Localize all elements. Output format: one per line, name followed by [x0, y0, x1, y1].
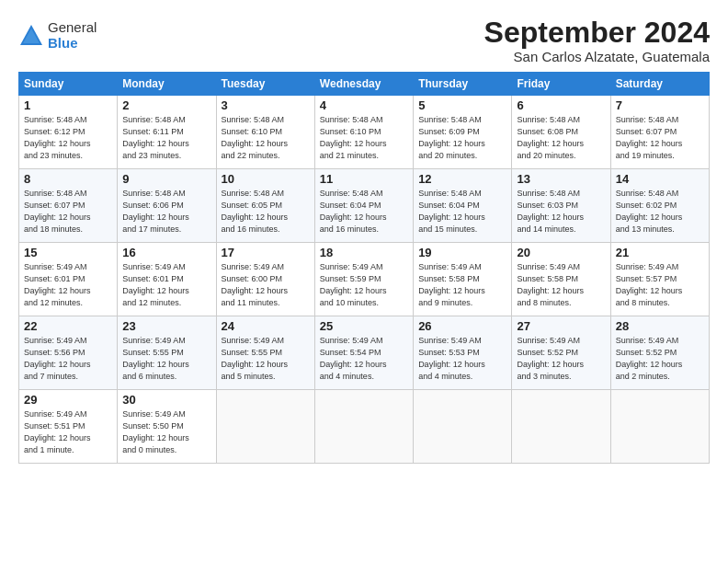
day-info: Sunrise: 5:48 AM Sunset: 6:10 PM Dayligh… [320, 114, 408, 162]
day-number: 4 [320, 98, 408, 112]
day-cell: 5Sunrise: 5:48 AM Sunset: 6:09 PM Daylig… [414, 96, 512, 169]
day-cell: 22Sunrise: 5:49 AM Sunset: 5:56 PM Dayli… [19, 316, 118, 390]
day-info: Sunrise: 5:48 AM Sunset: 6:04 PM Dayligh… [320, 188, 408, 236]
day-cell: 15Sunrise: 5:49 AM Sunset: 6:01 PM Dayli… [19, 243, 118, 316]
day-cell: 25Sunrise: 5:49 AM Sunset: 5:54 PM Dayli… [314, 316, 413, 390]
month-title: September 2024 [484, 17, 710, 49]
col-friday: Friday [512, 73, 610, 96]
day-cell: 10Sunrise: 5:48 AM Sunset: 6:05 PM Dayli… [216, 169, 314, 243]
logo-text: General Blue [48, 20, 97, 51]
day-number: 2 [122, 98, 210, 112]
day-info: Sunrise: 5:49 AM Sunset: 5:52 PM Dayligh… [616, 335, 704, 383]
day-info: Sunrise: 5:49 AM Sunset: 5:52 PM Dayligh… [517, 335, 605, 383]
day-info: Sunrise: 5:48 AM Sunset: 6:05 PM Dayligh… [222, 188, 310, 236]
col-saturday: Saturday [610, 73, 709, 96]
day-number: 20 [517, 246, 605, 259]
day-cell: 4Sunrise: 5:48 AM Sunset: 6:10 PM Daylig… [314, 96, 413, 169]
day-info: Sunrise: 5:49 AM Sunset: 5:56 PM Dayligh… [24, 335, 112, 383]
day-info: Sunrise: 5:49 AM Sunset: 5:53 PM Dayligh… [418, 335, 506, 383]
day-number: 10 [222, 172, 310, 186]
day-number: 13 [517, 172, 605, 186]
calendar-table: Sunday Monday Tuesday Wednesday Thursday… [18, 72, 710, 464]
title-block: September 2024 San Carlos Alzatate, Guat… [484, 17, 710, 64]
day-cell: 29Sunrise: 5:49 AM Sunset: 5:51 PM Dayli… [19, 390, 118, 464]
day-cell: 13Sunrise: 5:48 AM Sunset: 6:03 PM Dayli… [512, 169, 610, 243]
day-number: 6 [517, 98, 605, 112]
day-info: Sunrise: 5:49 AM Sunset: 5:50 PM Dayligh… [122, 408, 210, 456]
week-row-1: 1Sunrise: 5:48 AM Sunset: 6:12 PM Daylig… [19, 96, 710, 169]
day-cell: 27Sunrise: 5:49 AM Sunset: 5:52 PM Dayli… [512, 316, 610, 390]
day-info: Sunrise: 5:48 AM Sunset: 6:09 PM Dayligh… [418, 114, 506, 162]
location: San Carlos Alzatate, Guatemala [484, 49, 710, 64]
day-cell: 19Sunrise: 5:49 AM Sunset: 5:58 PM Dayli… [414, 243, 512, 316]
day-number: 21 [616, 246, 704, 259]
day-cell [610, 390, 709, 464]
day-number: 25 [320, 319, 408, 333]
day-number: 19 [418, 246, 506, 259]
day-number: 23 [122, 319, 210, 333]
day-number: 16 [122, 246, 210, 259]
day-number: 26 [418, 319, 506, 333]
day-number: 15 [24, 246, 112, 259]
day-cell: 7Sunrise: 5:48 AM Sunset: 6:07 PM Daylig… [610, 96, 709, 169]
day-number: 28 [616, 319, 704, 333]
day-cell: 26Sunrise: 5:49 AM Sunset: 5:53 PM Dayli… [414, 316, 512, 390]
day-number: 14 [616, 172, 704, 186]
day-cell [216, 390, 314, 464]
logo-icon [18, 23, 44, 49]
day-cell [314, 390, 413, 464]
day-info: Sunrise: 5:48 AM Sunset: 6:10 PM Dayligh… [222, 114, 310, 162]
day-info: Sunrise: 5:48 AM Sunset: 6:06 PM Dayligh… [122, 188, 210, 236]
day-info: Sunrise: 5:49 AM Sunset: 6:00 PM Dayligh… [222, 261, 310, 309]
day-info: Sunrise: 5:48 AM Sunset: 6:11 PM Dayligh… [122, 114, 210, 162]
page: General Blue September 2024 San Carlos A… [0, 0, 728, 563]
day-cell: 8Sunrise: 5:48 AM Sunset: 6:07 PM Daylig… [19, 169, 118, 243]
day-info: Sunrise: 5:48 AM Sunset: 6:03 PM Dayligh… [517, 188, 605, 236]
day-info: Sunrise: 5:48 AM Sunset: 6:04 PM Dayligh… [418, 188, 506, 236]
col-thursday: Thursday [414, 73, 512, 96]
day-info: Sunrise: 5:48 AM Sunset: 6:12 PM Dayligh… [24, 114, 112, 162]
day-cell: 3Sunrise: 5:48 AM Sunset: 6:10 PM Daylig… [216, 96, 314, 169]
logo-blue-label: Blue [48, 36, 97, 52]
day-cell: 16Sunrise: 5:49 AM Sunset: 6:01 PM Dayli… [118, 243, 216, 316]
day-number: 12 [418, 172, 506, 186]
day-number: 7 [616, 98, 704, 112]
day-cell: 11Sunrise: 5:48 AM Sunset: 6:04 PM Dayli… [314, 169, 413, 243]
day-cell: 1Sunrise: 5:48 AM Sunset: 6:12 PM Daylig… [19, 96, 118, 169]
day-info: Sunrise: 5:48 AM Sunset: 6:02 PM Dayligh… [616, 188, 704, 236]
day-info: Sunrise: 5:48 AM Sunset: 6:08 PM Dayligh… [517, 114, 605, 162]
day-info: Sunrise: 5:49 AM Sunset: 5:55 PM Dayligh… [222, 335, 310, 383]
header-row: Sunday Monday Tuesday Wednesday Thursday… [19, 73, 710, 96]
day-info: Sunrise: 5:49 AM Sunset: 5:55 PM Dayligh… [122, 335, 210, 383]
week-row-2: 8Sunrise: 5:48 AM Sunset: 6:07 PM Daylig… [19, 169, 710, 243]
day-cell: 23Sunrise: 5:49 AM Sunset: 5:55 PM Dayli… [118, 316, 216, 390]
day-cell: 14Sunrise: 5:48 AM Sunset: 6:02 PM Dayli… [610, 169, 709, 243]
calendar-header: Sunday Monday Tuesday Wednesday Thursday… [19, 73, 710, 96]
day-info: Sunrise: 5:49 AM Sunset: 5:58 PM Dayligh… [418, 261, 506, 309]
day-number: 27 [517, 319, 605, 333]
day-cell: 28Sunrise: 5:49 AM Sunset: 5:52 PM Dayli… [610, 316, 709, 390]
day-number: 24 [222, 319, 310, 333]
day-info: Sunrise: 5:48 AM Sunset: 6:07 PM Dayligh… [24, 188, 112, 236]
day-number: 1 [24, 98, 112, 112]
day-cell: 18Sunrise: 5:49 AM Sunset: 5:59 PM Dayli… [314, 243, 413, 316]
day-number: 18 [320, 246, 408, 259]
calendar-body: 1Sunrise: 5:48 AM Sunset: 6:12 PM Daylig… [19, 96, 710, 464]
col-wednesday: Wednesday [314, 73, 413, 96]
col-tuesday: Tuesday [216, 73, 314, 96]
day-info: Sunrise: 5:49 AM Sunset: 5:54 PM Dayligh… [320, 335, 408, 383]
day-info: Sunrise: 5:49 AM Sunset: 5:51 PM Dayligh… [24, 408, 112, 456]
col-sunday: Sunday [19, 73, 118, 96]
day-info: Sunrise: 5:49 AM Sunset: 6:01 PM Dayligh… [24, 261, 112, 309]
day-cell: 24Sunrise: 5:49 AM Sunset: 5:55 PM Dayli… [216, 316, 314, 390]
day-number: 9 [122, 172, 210, 186]
day-number: 30 [122, 393, 210, 407]
day-number: 22 [24, 319, 112, 333]
day-info: Sunrise: 5:49 AM Sunset: 5:58 PM Dayligh… [517, 261, 605, 309]
logo: General Blue [18, 20, 97, 51]
day-cell: 20Sunrise: 5:49 AM Sunset: 5:58 PM Dayli… [512, 243, 610, 316]
day-info: Sunrise: 5:49 AM Sunset: 5:59 PM Dayligh… [320, 261, 408, 309]
day-number: 3 [222, 98, 310, 112]
week-row-3: 15Sunrise: 5:49 AM Sunset: 6:01 PM Dayli… [19, 243, 710, 316]
day-cell: 30Sunrise: 5:49 AM Sunset: 5:50 PM Dayli… [118, 390, 216, 464]
